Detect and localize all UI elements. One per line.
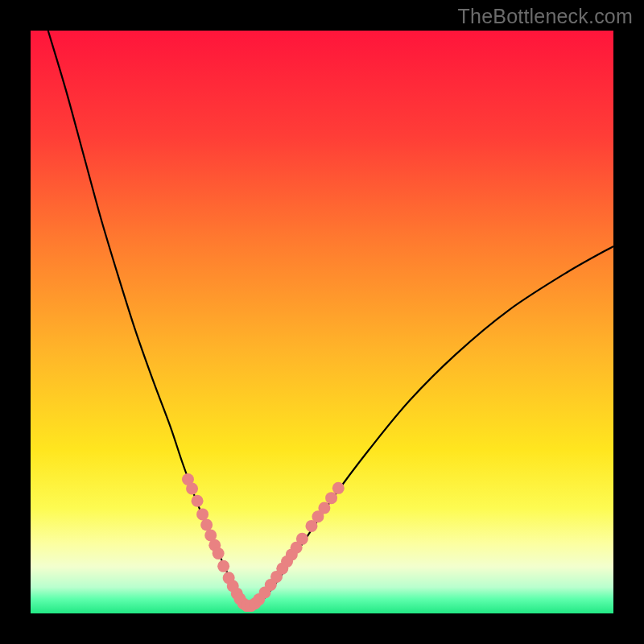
gradient-background <box>31 31 613 613</box>
marker-dot <box>296 533 308 545</box>
marker-dot <box>192 495 204 507</box>
watermark-text: TheBottleneck.com <box>458 5 633 28</box>
marker-dot <box>186 483 198 495</box>
marker-dot <box>318 502 330 514</box>
marker-dot <box>325 492 337 504</box>
marker-dot <box>213 547 225 559</box>
marker-dot <box>200 518 213 530</box>
marker-dot <box>332 482 345 494</box>
marker-dot <box>217 560 229 572</box>
marker-dot <box>196 508 208 520</box>
chart-frame: TheBottleneck.com <box>0 0 644 644</box>
plot-area <box>31 31 613 613</box>
chart-svg <box>31 31 613 613</box>
